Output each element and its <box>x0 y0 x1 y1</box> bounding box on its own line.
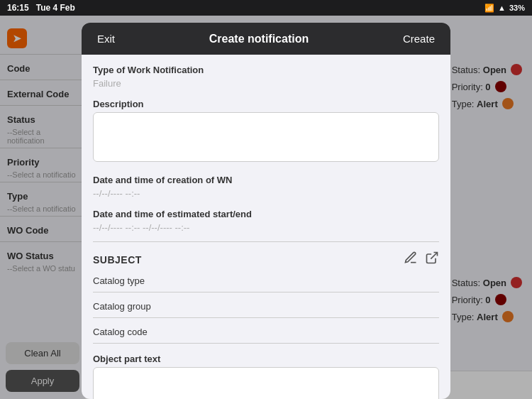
modal-header: Exit Create notification Create <box>82 23 450 55</box>
battery-label: 33% <box>509 4 525 12</box>
catalog-type-label: Catalog type <box>93 275 439 286</box>
type-of-work-label: Type of Work Notification <box>93 65 439 75</box>
description-section: Description <box>93 99 439 165</box>
description-label: Description <box>93 99 439 109</box>
create-notification-modal: Exit Create notification Create Type of … <box>82 23 450 399</box>
catalog-code-row: Catalog code <box>93 327 439 344</box>
catalog-group-divider <box>93 317 439 318</box>
exit-button[interactable]: Exit <box>93 31 119 46</box>
create-button[interactable]: Create <box>399 31 439 46</box>
catalog-code-label: Catalog code <box>93 327 439 337</box>
status-bar: 16:15 Tue 4 Feb 📶 ▲ 33% <box>0 0 532 16</box>
catalog-type-row: Catalog type <box>93 275 439 293</box>
modal-title: Create notification <box>209 33 309 45</box>
signal-icon: ▲ <box>498 4 506 12</box>
date-estimated-label: Date and time of estimated start/end <box>93 209 439 219</box>
date-estimated-section: Date and time of estimated start/end --/… <box>93 209 439 233</box>
modal-body: Type of Work Notification Failure Descri… <box>82 55 450 399</box>
date-creation-label: Date and time of creation of WN <box>93 175 439 185</box>
type-of-work-value: Failure <box>93 78 439 89</box>
status-time-date: 16:15 Tue 4 Feb <box>7 3 75 13</box>
edit-pencil-icon[interactable] <box>404 251 418 268</box>
type-of-work-section: Type of Work Notification Failure <box>93 65 439 89</box>
external-link-icon[interactable] <box>425 251 439 268</box>
subject-icons <box>404 251 439 268</box>
subject-row: SUBJECT <box>93 251 439 268</box>
divider-1 <box>93 241 439 242</box>
object-part-text-label: Object part text <box>93 354 439 364</box>
catalog-code-divider <box>93 343 439 344</box>
catalog-group-label: Catalog group <box>93 301 439 312</box>
date-estimated-value: --/--/---- --:-- --/--/---- --:-- <box>93 222 439 233</box>
date-creation-section: Date and time of creation of WN --/--/--… <box>93 175 439 199</box>
object-part-text-input[interactable] <box>93 367 439 399</box>
catalog-type-divider <box>93 292 439 293</box>
modal-overlay: Exit Create notification Create Type of … <box>0 16 532 399</box>
svg-line-0 <box>431 253 437 259</box>
catalog-group-row: Catalog group <box>93 301 439 318</box>
date-creation-value: --/--/---- --:-- <box>93 188 439 199</box>
wifi-icon: 📶 <box>484 4 494 13</box>
description-input[interactable] <box>93 112 439 162</box>
subject-title: SUBJECT <box>93 254 142 266</box>
status-bar-right: 📶 ▲ 33% <box>484 4 525 13</box>
object-part-text-section: Object part text <box>93 354 439 399</box>
